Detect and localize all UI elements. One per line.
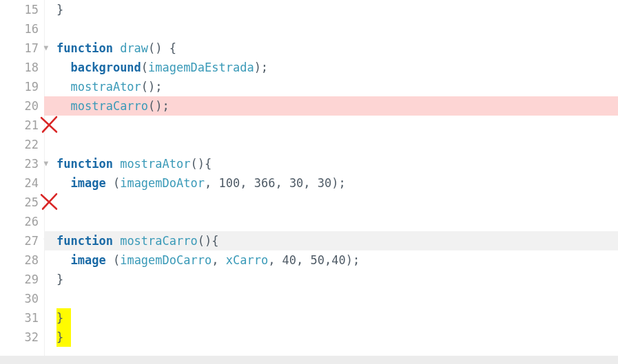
line-number: 22 <box>0 135 39 154</box>
yellow-highlight: } <box>56 328 71 347</box>
line-number: 15 <box>0 0 39 19</box>
horizontal-scrollbar[interactable] <box>0 356 618 364</box>
code-line[interactable] <box>56 116 618 135</box>
code-line[interactable]: image (imagemDoCarro, xCarro, 40, 50,40)… <box>56 250 618 270</box>
line-number: 31 <box>0 308 39 328</box>
code-line-current[interactable]: function mostraCarro(){ <box>44 231 618 250</box>
line-number: 20 <box>0 96 39 116</box>
code-line[interactable]: function draw() { <box>56 39 618 58</box>
code-line[interactable]: } <box>56 270 618 289</box>
line-number: 16 <box>0 19 39 39</box>
line-number: 26 <box>0 212 39 231</box>
code-line[interactable]: image (imagemDoAtor, 100, 366, 30, 30); <box>56 173 618 193</box>
code-line[interactable] <box>56 193 618 212</box>
code-line[interactable] <box>56 19 618 39</box>
code-area[interactable]: } function draw() { background(imagemDaE… <box>44 0 618 364</box>
line-number: 28 <box>0 250 39 270</box>
code-line[interactable]: function mostraAtor(){ <box>56 154 618 173</box>
code-editor[interactable]: 15 16 17▼ 18 19 20 21 22 23▼ 24 25 26 27… <box>0 0 618 364</box>
code-line-error[interactable]: mostraCarro(); <box>44 96 618 116</box>
line-number: 19 <box>0 77 39 96</box>
code-line[interactable]: } <box>56 0 618 19</box>
line-number: 30 <box>0 289 39 308</box>
line-number-gutter: 15 16 17▼ 18 19 20 21 22 23▼ 24 25 26 27… <box>0 0 44 364</box>
line-number: 18 <box>0 58 39 77</box>
code-line[interactable] <box>56 289 618 308</box>
line-number: 17▼ <box>0 39 39 58</box>
line-number: 23▼ <box>0 154 39 173</box>
code-line[interactable]: background(imagemDaEstrada); <box>56 58 618 77</box>
line-number: 25 <box>0 193 39 212</box>
code-line[interactable] <box>56 212 618 231</box>
yellow-highlight: } <box>56 308 71 328</box>
code-line[interactable]: } <box>56 308 618 328</box>
line-number: 32 <box>0 328 39 347</box>
line-number: 29 <box>0 270 39 289</box>
code-line[interactable] <box>56 135 618 154</box>
line-number: 24 <box>0 173 39 193</box>
code-line[interactable]: mostraAtor(); <box>56 77 618 96</box>
code-line[interactable]: } <box>56 328 618 347</box>
line-number: 27▼ <box>0 231 39 250</box>
line-number: 21 <box>0 116 39 135</box>
